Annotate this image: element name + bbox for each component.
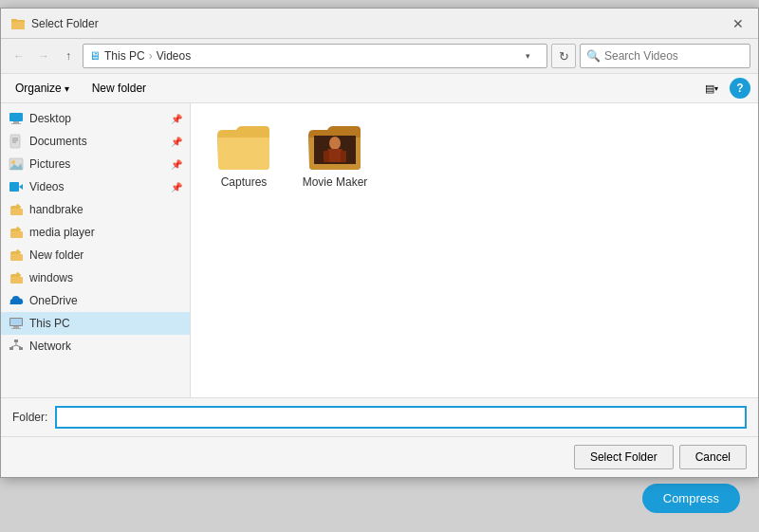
- sidebar-item-newfolder[interactable]: New folder: [1, 244, 190, 266]
- select-folder-button[interactable]: Select Folder: [574, 445, 674, 469]
- breadcrumb-videos: Videos: [157, 49, 191, 63]
- address-box[interactable]: 🖥 This PC › Videos ▾: [83, 44, 547, 68]
- breadcrumb-icon: 🖥: [89, 49, 101, 63]
- new-folder-button[interactable]: New folder: [83, 78, 155, 99]
- file-area: Captures: [191, 103, 758, 397]
- svg-rect-24: [14, 339, 18, 342]
- sidebar-item-network[interactable]: Network: [1, 335, 190, 358]
- svg-rect-5: [11, 123, 21, 124]
- toolbar-row: Organize ▾ New folder ▤ ▾ ?: [1, 74, 758, 103]
- sidebar-item-mediaplayer[interactable]: media player: [1, 221, 190, 244]
- dialog-title: Select Folder: [31, 17, 728, 30]
- folder-moviemaker[interactable]: Movie Maker: [297, 119, 373, 193]
- view-buttons: ▤ ▾: [701, 78, 722, 99]
- compress-btn-area: Compress: [642, 484, 740, 513]
- pictures-icon: [9, 156, 24, 172]
- moviemaker-label: Movie Maker: [303, 175, 368, 189]
- forward-button[interactable]: →: [33, 46, 54, 66]
- action-buttons-row: Select Folder Cancel: [1, 436, 758, 477]
- svg-rect-1: [11, 22, 25, 29]
- refresh-button[interactable]: ↻: [551, 44, 576, 68]
- sidebar-label-thispc: This PC: [29, 317, 182, 330]
- handbrake-icon: [9, 202, 24, 217]
- folder-input[interactable]: [55, 406, 747, 429]
- dialog-icon: [10, 16, 26, 31]
- svg-rect-19: [10, 277, 23, 284]
- svg-rect-22: [13, 326, 19, 328]
- folder-captures[interactable]: Captures: [206, 119, 282, 193]
- sidebar-item-handbrake[interactable]: handbrake: [1, 198, 190, 221]
- windows-folder-icon: [9, 270, 24, 285]
- svg-rect-25: [9, 347, 13, 350]
- sidebar-item-onedrive[interactable]: OneDrive: [1, 289, 190, 312]
- svg-rect-21: [10, 319, 22, 325]
- documents-pin: 📌: [171, 137, 182, 147]
- sidebar-label-desktop: Desktop: [29, 112, 165, 125]
- sidebar-label-handbrake: handbrake: [29, 203, 182, 216]
- videos-pin: 📌: [171, 182, 182, 193]
- close-button[interactable]: ✕: [728, 13, 749, 34]
- documents-icon: [9, 134, 24, 149]
- svg-point-12: [11, 160, 15, 164]
- svg-point-32: [329, 137, 341, 150]
- breadcrumb-separator1: ›: [149, 49, 153, 63]
- search-box: 🔍: [580, 44, 750, 68]
- search-input[interactable]: [604, 49, 744, 63]
- svg-rect-34: [324, 151, 329, 162]
- svg-rect-6: [10, 135, 20, 148]
- desktop-icon: [9, 111, 24, 126]
- address-dropdown-button[interactable]: ▾: [526, 45, 541, 67]
- main-content: Desktop 📌 Documents 📌: [1, 103, 758, 397]
- svg-rect-3: [9, 113, 23, 121]
- sidebar-item-pictures[interactable]: Pictures 📌: [1, 153, 190, 175]
- sidebar-label-windows: windows: [29, 271, 182, 284]
- svg-rect-16: [10, 209, 23, 215]
- network-icon: [9, 339, 24, 354]
- select-folder-dialog: Select Folder ✕ ← → ↑ 🖥 This PC › Videos…: [0, 8, 759, 478]
- sidebar-label-pictures: Pictures: [29, 157, 165, 171]
- svg-rect-35: [341, 151, 346, 162]
- search-icon: 🔍: [586, 49, 601, 63]
- organize-button[interactable]: Organize ▾: [9, 78, 76, 99]
- svg-line-28: [11, 345, 16, 347]
- folder-label-text: Folder:: [12, 411, 47, 424]
- svg-rect-23: [11, 328, 21, 329]
- videos-icon: [9, 179, 24, 194]
- up-button[interactable]: ↑: [58, 46, 79, 66]
- sidebar-label-network: Network: [29, 339, 182, 353]
- desktop-pin: 📌: [171, 114, 182, 124]
- newfolder-icon: [9, 248, 24, 263]
- svg-marker-15: [19, 184, 23, 190]
- svg-rect-17: [10, 231, 23, 238]
- svg-rect-33: [327, 149, 342, 162]
- moviemaker-folder-icon: [306, 122, 363, 172]
- view-arrow-icon: ▾: [714, 84, 718, 93]
- breadcrumb-thispc: This PC: [104, 49, 145, 63]
- view-toggle-button[interactable]: ▤ ▾: [701, 78, 722, 99]
- sidebar-label-documents: Documents: [29, 135, 165, 148]
- svg-rect-26: [19, 347, 23, 350]
- pictures-pin: 📌: [171, 159, 182, 170]
- organize-label: Organize: [15, 82, 62, 95]
- onedrive-icon: [9, 293, 24, 308]
- cancel-button[interactable]: Cancel: [679, 445, 747, 469]
- sidebar-item-thispc[interactable]: This PC: [1, 312, 190, 335]
- view-icon: ▤: [705, 83, 714, 95]
- sidebar-label-onedrive: OneDrive: [29, 294, 182, 307]
- compress-button[interactable]: Compress: [642, 484, 740, 513]
- svg-rect-4: [13, 121, 19, 123]
- title-bar: Select Folder ✕: [1, 9, 758, 39]
- captures-folder-icon: [215, 122, 272, 172]
- captures-label: Captures: [221, 175, 268, 189]
- sidebar-item-desktop[interactable]: Desktop 📌: [1, 107, 190, 130]
- svg-line-29: [16, 345, 21, 347]
- sidebar-label-mediaplayer: media player: [29, 226, 182, 239]
- sidebar-item-windows[interactable]: windows: [1, 266, 190, 289]
- sidebar-item-videos[interactable]: Videos 📌: [1, 175, 190, 198]
- sidebar-item-documents[interactable]: Documents 📌: [1, 130, 190, 153]
- address-bar-row: ← → ↑ 🖥 This PC › Videos ▾ ↻ 🔍: [1, 39, 758, 74]
- back-button[interactable]: ←: [9, 46, 29, 66]
- sidebar-label-newfolder: New folder: [29, 248, 182, 262]
- organize-arrow-icon: ▾: [65, 83, 69, 94]
- help-button[interactable]: ?: [730, 78, 750, 99]
